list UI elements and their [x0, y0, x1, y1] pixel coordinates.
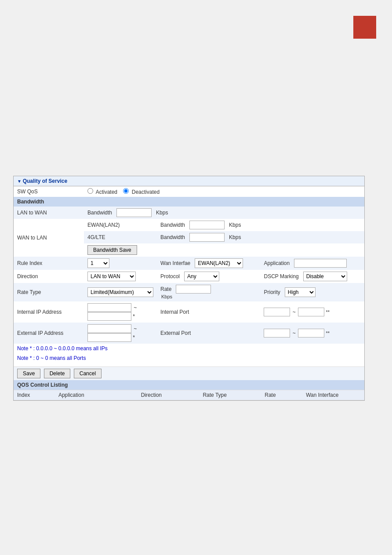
bandwidth-section-header: Bandwidth — [14, 197, 364, 207]
cancel-button[interactable]: Cancel — [74, 369, 102, 378]
rate-type-select[interactable]: Limited(Maximum) — [87, 287, 153, 297]
application-input[interactable] — [294, 259, 347, 268]
lan-wan-bandwidth-input[interactable]: 100000 — [116, 208, 152, 217]
note1-text: Note * : 0.0.0.0 ~ 0.0.0.0 means all IPs — [14, 344, 364, 353]
internal-port-to[interactable]: 0 — [298, 308, 324, 316]
listing-col-rate: Rate — [261, 390, 302, 400]
wan-to-lan-ewan-row: WAN to LAN EWAN(LAN2) Bandwidth 100000 K… — [14, 219, 364, 231]
lte-bandwidth-input[interactable]: 100000 — [189, 233, 225, 242]
application-label: Application — [264, 260, 290, 266]
red-square-decoration — [353, 16, 376, 39]
rate-cell: Rate Kbps — [157, 283, 260, 301]
direction-select[interactable]: LAN to WAN — [87, 272, 136, 281]
priority-select[interactable]: High — [285, 287, 316, 297]
priority-label: Priority — [264, 289, 280, 295]
direction-row: Direction LAN to WAN Protocol Any DSCP M… — [14, 270, 364, 283]
ewan-label: EWAN(LAN2) — [84, 219, 157, 231]
note1-row: Note * : 0.0.0.0 ~ 0.0.0.0 means all IPs — [14, 344, 364, 353]
rate-label: Rate — [160, 286, 171, 292]
lte-bandwidth: Bandwidth 100000 Kbps — [157, 231, 364, 243]
internal-ip-cell: 0.0.0.0 ~ 0.0.0.0 * — [84, 301, 157, 323]
rate-unit-label: Kbps — [160, 294, 172, 299]
external-port-tilde: ~ — [292, 330, 297, 336]
lan-to-wan-row: LAN to WAN Bandwidth 100000 Kbps — [14, 207, 364, 219]
external-ip-to[interactable]: 0.0.0.0 — [87, 333, 131, 342]
direction-cell: LAN to WAN — [84, 270, 157, 283]
external-port-starstar: ** — [326, 330, 330, 336]
spacer-row — [14, 363, 364, 367]
wan-interface-select[interactable]: EWAN(LAN2) — [195, 258, 243, 268]
sw-qos-label: SW QoS — [14, 186, 84, 197]
wan-interface-label: Wan Interfae — [160, 260, 190, 266]
external-port-to[interactable]: 0 — [298, 329, 324, 337]
internal-ip-tilde: ~ — [133, 305, 138, 311]
note2-row: Note * : 0 ~ 0 means all Ports — [14, 353, 364, 363]
wan-to-lan-label: WAN to LAN — [14, 219, 84, 257]
internal-ip-label: Internal IP Address — [14, 301, 84, 323]
internal-ip-to[interactable]: 0.0.0.0 — [87, 312, 131, 321]
external-port-from[interactable]: 0 — [264, 329, 290, 337]
external-port-cell: 0 ~ 0 ** — [260, 323, 364, 344]
buttons-cell: Save Delete Cancel — [14, 367, 364, 381]
wan-interface-cell: Wan Interfae EWAN(LAN2) — [157, 257, 260, 270]
listing-col-rate-type: Rate Type — [199, 390, 261, 400]
internal-port-label: Internal Port — [160, 309, 189, 315]
rate-input[interactable] — [176, 285, 211, 294]
deactivated-label: Deactivated — [132, 189, 160, 195]
ewan-bandwidth: Bandwidth 100000 Kbps — [157, 219, 364, 231]
external-port-label: External Port — [160, 330, 191, 336]
listing-col-wan-interface: Wan Interface — [302, 390, 364, 400]
lan-to-wan-label: LAN to WAN — [14, 207, 84, 219]
rule-index-label: Rule Index — [14, 257, 84, 270]
external-ip-row: External IP Address 0.0.0.0 ~ 0.0.0.0 * … — [14, 323, 364, 344]
external-ip-to-star: * — [133, 334, 135, 341]
internal-port-cell: 0 ~ 0 ** — [260, 301, 364, 323]
activated-radio-label[interactable]: Activated — [87, 189, 119, 195]
delete-button[interactable]: Delete — [44, 369, 71, 378]
rate-type-row: Rate Type Limited(Maximum) Rate Kbps Pri… — [14, 283, 364, 301]
deactivated-radio[interactable] — [123, 188, 129, 194]
protocol-select[interactable]: Any — [184, 272, 219, 281]
bandwidth-save-button[interactable]: Bandwidth Save — [87, 245, 137, 255]
priority-cell: Priority High — [260, 283, 364, 301]
listing-title-label: QOS Control Listing — [14, 380, 364, 390]
listing-col-index: Index — [14, 390, 55, 400]
panel-title: Quality of Service — [14, 176, 364, 186]
dscp-label: DSCP Marking — [264, 273, 298, 279]
lte-label: 4G/LTE — [84, 231, 157, 243]
internal-ip-from[interactable]: 0.0.0.0 — [87, 303, 131, 312]
rule-index-select[interactable]: 1 — [87, 258, 109, 268]
ewan-kbps-label: Kbps — [229, 222, 241, 228]
activated-radio[interactable] — [87, 188, 93, 194]
bandwidth-save-cell: Bandwidth Save — [84, 243, 364, 257]
internal-ip-row: Internal IP Address 0.0.0.0 ~ 0.0.0.0 * … — [14, 301, 364, 323]
buttons-row: Save Delete Cancel — [14, 367, 364, 381]
dscp-select[interactable]: Disable — [303, 272, 347, 281]
dscp-cell: DSCP Marking Disable — [260, 270, 364, 283]
lan-to-wan-bandwidth: Bandwidth 100000 Kbps — [84, 207, 364, 219]
listing-headers-full-row: Index Application Direction Rate Type Ra… — [14, 390, 364, 400]
rate-type-label: Rate Type — [14, 283, 84, 301]
listing-title-row: QOS Control Listing — [14, 380, 364, 390]
external-ip-cell: 0.0.0.0 ~ 0.0.0.0 * — [84, 323, 157, 344]
internal-port-tilde: ~ — [292, 309, 297, 315]
application-cell: Application — [260, 257, 364, 270]
internal-port-from[interactable]: 0 — [264, 308, 290, 316]
rule-index-cell: 1 — [84, 257, 157, 270]
activated-label: Activated — [96, 189, 117, 195]
protocol-cell: Protocol Any — [157, 270, 260, 283]
lte-bandwidth-label: Bandwidth — [160, 234, 185, 240]
rate-type-cell: Limited(Maximum) — [84, 283, 157, 301]
protocol-label: Protocol — [160, 273, 180, 279]
external-ip-from[interactable]: 0.0.0.0 — [87, 324, 131, 333]
deactivated-radio-label[interactable]: Deactivated — [123, 189, 160, 195]
direction-label: Direction — [14, 270, 84, 283]
rule-index-row: Rule Index 1 Wan Interfae EWAN(LAN2) App… — [14, 257, 364, 270]
ewan-bandwidth-input[interactable]: 100000 — [189, 221, 225, 229]
external-ip-label: External IP Address — [14, 323, 84, 344]
internal-ip-to-star: * — [133, 313, 135, 319]
bandwidth-section-label: Bandwidth — [14, 197, 364, 207]
listing-col-direction: Direction — [138, 390, 200, 400]
external-ip-tilde: ~ — [133, 326, 138, 332]
save-button[interactable]: Save — [17, 369, 40, 378]
